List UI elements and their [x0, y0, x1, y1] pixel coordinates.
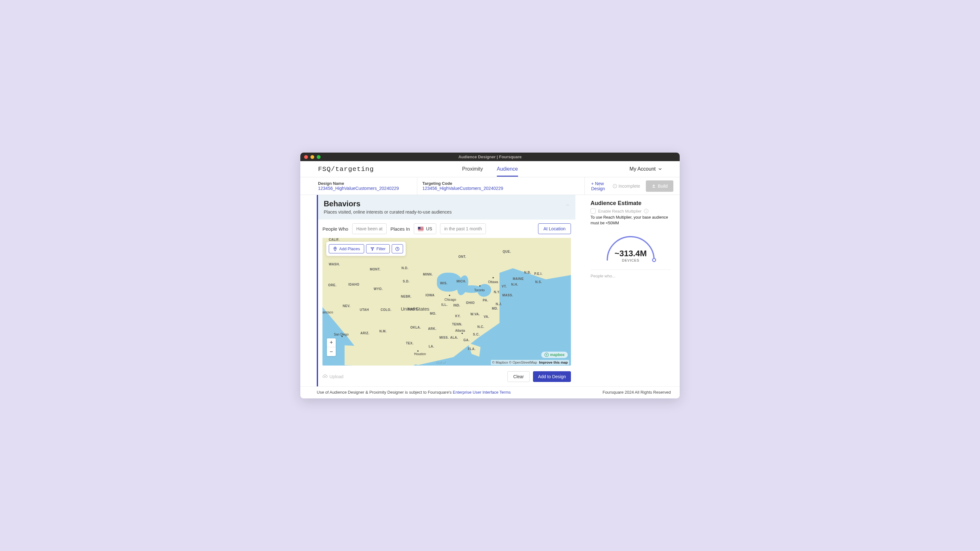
- visit-type-dropdown[interactable]: Have been at: [352, 223, 387, 234]
- terms-link[interactable]: Enterprise User Interface Terms: [453, 390, 511, 395]
- city-chicago: Chicago: [444, 298, 456, 302]
- left-column: Behaviors Places visited, online interes…: [300, 195, 575, 386]
- add-places-button[interactable]: Add Places: [329, 244, 364, 253]
- upload-button[interactable]: Upload: [323, 374, 343, 379]
- new-design-button[interactable]: + New Design: [591, 181, 607, 191]
- places-in-label: Places In: [390, 226, 410, 232]
- reach-multiplier-checkbox[interactable]: [590, 208, 596, 214]
- zoom-in-button[interactable]: +: [327, 338, 336, 347]
- upload-icon: [652, 184, 656, 188]
- zoom-out-button[interactable]: −: [327, 347, 336, 356]
- map[interactable]: United States WASH. MONT. N.D. S.D. MINN…: [323, 238, 571, 365]
- incomplete-label: Incomplete: [618, 184, 640, 189]
- titlebar: Audience Designer | Foursquare: [300, 152, 680, 161]
- gulf-label: Gulf of: [436, 361, 445, 365]
- pin-icon: [333, 247, 337, 251]
- app-window: Audience Designer | Foursquare FSQ/targe…: [300, 152, 680, 399]
- targeting-code-link[interactable]: 123456_HighValueCustomers_20240229: [422, 186, 579, 191]
- city-houston: Houston: [414, 352, 426, 356]
- design-name-block: Design Name 123456_HighValueCustomers_20…: [300, 177, 417, 195]
- divider: [590, 270, 671, 270]
- alert-icon: [612, 184, 617, 188]
- time-range-dropdown[interactable]: in the past 1 month: [440, 223, 486, 234]
- city-sandiego: San Diego: [334, 333, 349, 336]
- svg-point-7: [652, 259, 655, 262]
- targeting-code-block: Targeting Code 123456_HighValueCustomers…: [417, 177, 585, 195]
- city-ottawa: Ottawa: [488, 280, 498, 284]
- at-location-button[interactable]: At Location: [538, 223, 571, 234]
- city-toronto: Toronto: [474, 289, 485, 292]
- reach-note: To use Reach Multiplier, your base audie…: [590, 215, 671, 226]
- maximize-window-button[interactable]: [317, 155, 321, 159]
- design-name-link[interactable]: 123456_HighValueCustomers_20240229: [318, 186, 412, 191]
- close-window-button[interactable]: [304, 155, 308, 159]
- behaviors-panel-header[interactable]: Behaviors Places visited, online interes…: [317, 195, 575, 219]
- estimate-value: ~313.4M: [590, 249, 671, 259]
- cloud-upload-icon: [323, 375, 328, 379]
- people-who-label: People Who: [323, 226, 348, 232]
- behaviors-subtitle: Places visited, online interests or cura…: [324, 210, 452, 214]
- account-menu[interactable]: My Account: [629, 166, 662, 172]
- collapse-icon[interactable]: ︿: [566, 202, 570, 207]
- subheader: Design Name 123456_HighValueCustomers_20…: [300, 177, 680, 195]
- account-label: My Account: [629, 166, 655, 172]
- copyright: Foursquare 2024 All Rights Reserved: [603, 390, 671, 395]
- nav-tabs: Proximity Audience: [462, 162, 518, 176]
- reach-multiplier-row: Enable Reach Multiplier i: [590, 208, 671, 214]
- city-sf-partial: ancisco: [323, 311, 333, 314]
- funnel-icon: [370, 247, 375, 251]
- estimate-title: Audience Estimate: [590, 200, 671, 206]
- chevron-down-icon: [658, 167, 662, 171]
- clear-button[interactable]: Clear: [508, 371, 530, 382]
- main-content: Behaviors Places visited, online interes…: [300, 195, 680, 386]
- subheader-actions: + New Design Incomplete Build: [585, 177, 680, 195]
- query-builder-row: People Who Have been at Places In US in …: [317, 219, 575, 238]
- behaviors-title: Behaviors: [324, 199, 452, 208]
- map-zoom-controls: + −: [327, 338, 336, 356]
- city-atlanta: Atlanta: [455, 329, 465, 332]
- mapbox-logo: mapbox: [541, 352, 568, 358]
- status-incomplete: Incomplete: [612, 184, 640, 189]
- build-button[interactable]: Build: [646, 180, 673, 192]
- targeting-code-label: Targeting Code: [422, 181, 579, 186]
- gauge: ~313.4M DEVICES: [590, 233, 671, 262]
- mapbox-icon: [544, 353, 549, 357]
- estimate-sidebar: Audience Estimate Enable Reach Multiplie…: [575, 195, 680, 386]
- add-to-design-button[interactable]: Add to Design: [533, 371, 571, 382]
- map-container: United States WASH. MONT. N.D. S.D. MINN…: [317, 238, 575, 365]
- svg-point-3: [335, 248, 336, 249]
- panel-actions: Upload Clear Add to Design: [317, 365, 575, 386]
- reach-multiplier-label: Enable Reach Multiplier: [598, 209, 641, 214]
- design-name-label: Design Name: [318, 181, 412, 186]
- map-toolbar: Add Places Filter: [326, 242, 406, 256]
- people-who-placeholder: People who...: [590, 274, 671, 278]
- svg-point-2: [615, 187, 616, 187]
- filter-button[interactable]: Filter: [366, 244, 390, 253]
- window-controls: [304, 155, 321, 159]
- improve-map-link[interactable]: Improve this map: [539, 360, 568, 364]
- tab-audience[interactable]: Audience: [497, 162, 518, 176]
- history-button[interactable]: [392, 244, 403, 253]
- map-attribution: © Mapbox © OpenStreetMap Improve this ma…: [491, 360, 569, 365]
- info-icon[interactable]: i: [644, 209, 648, 213]
- header: FSQ/targeting Proximity Audience My Acco…: [300, 161, 680, 177]
- logo: FSQ/targeting: [318, 165, 374, 173]
- svg-point-6: [546, 354, 547, 356]
- clock-icon: [395, 247, 399, 251]
- tab-proximity[interactable]: Proximity: [462, 162, 483, 176]
- us-flag-icon: [418, 227, 423, 231]
- window-title: Audience Designer | Foursquare: [458, 154, 522, 159]
- build-label: Build: [658, 184, 668, 189]
- footer: Use of Audience Designer & Proximity Des…: [300, 386, 680, 399]
- country-dropdown[interactable]: US: [414, 223, 436, 234]
- minimize-window-button[interactable]: [310, 155, 314, 159]
